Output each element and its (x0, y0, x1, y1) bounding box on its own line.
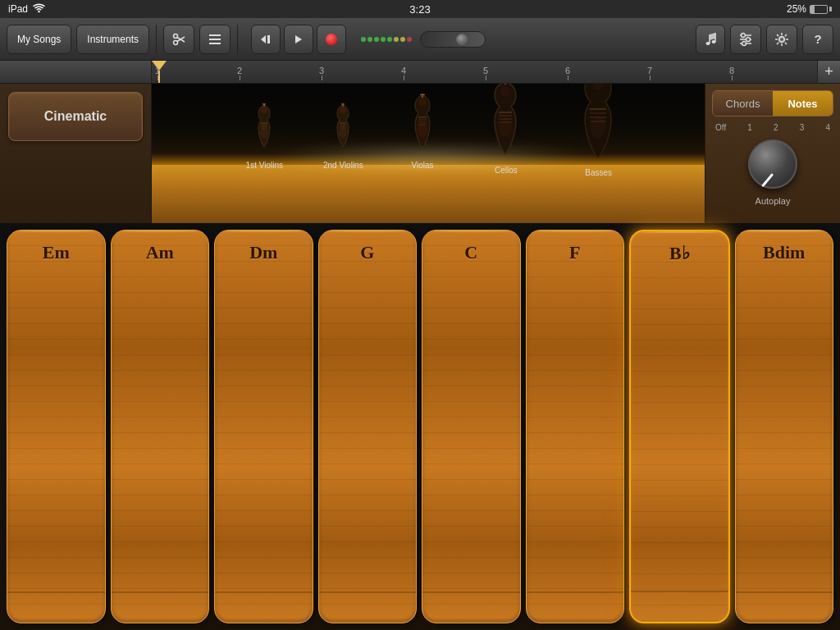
chord-strip-c[interactable]: C (422, 230, 521, 623)
battery-indicator (810, 5, 832, 14)
chord-strip-am[interactable]: Am (111, 230, 210, 623)
svg-marker-7 (261, 35, 266, 43)
chord-strip-f[interactable]: F (526, 230, 625, 623)
meter-dot-5 (387, 37, 392, 42)
strip-divider-2 (112, 591, 209, 593)
track-panel: Cinematic (0, 84, 152, 223)
device-label: iPad (8, 3, 28, 15)
meter-dot-8 (407, 37, 412, 42)
chords-toggle-button[interactable]: Chords (713, 91, 773, 116)
wifi-icon (33, 3, 45, 16)
ruler-tick-1: 1 (155, 66, 160, 80)
meter-dot-2 (368, 37, 372, 42)
svg-point-29 (339, 127, 347, 139)
ruler-tick-4: 4 (401, 66, 406, 80)
track-name-box: Cinematic (8, 92, 143, 141)
knob-indicator (761, 173, 774, 187)
rewind-button[interactable] (251, 25, 281, 54)
chord-label-am: Am (146, 242, 174, 263)
instrument-1st-violins[interactable]: 1st Violins (246, 102, 283, 170)
meter-dot-6 (394, 37, 399, 42)
svg-rect-8 (267, 35, 270, 43)
svg-point-16 (742, 33, 746, 37)
list-button[interactable] (199, 25, 231, 54)
instrument-2nd-violins-label: 2nd Violins (323, 161, 363, 170)
ruler-tick-6: 6 (565, 66, 570, 80)
chord-section: Em Am Dm G C F (0, 223, 840, 630)
svg-point-53 (591, 116, 605, 139)
svg-point-0 (174, 34, 178, 38)
stage-visual: 1st Violins 2nd Violins (152, 84, 705, 223)
time-display: 3:23 (409, 3, 430, 16)
add-track-button[interactable]: + (817, 61, 840, 84)
status-bar: iPad 3:23 25% (0, 0, 840, 18)
instrument-basses-label: Basses (585, 168, 612, 177)
chord-strip-em[interactable]: Em (7, 230, 106, 623)
chord-label-c: C (464, 242, 477, 263)
svg-point-45 (499, 117, 512, 137)
autoplay-knob[interactable] (744, 135, 801, 193)
instrument-cellos-label: Cellos (495, 166, 518, 175)
instrument-2nd-violins[interactable]: 2nd Violins (323, 102, 363, 170)
strip-divider-1 (7, 591, 105, 593)
meter-dot-7 (400, 37, 405, 42)
svg-point-19 (780, 37, 784, 41)
instrument-basses[interactable]: Basses (572, 84, 625, 177)
toolbar-separator-2 (237, 25, 238, 54)
chord-label-em: Em (43, 242, 70, 263)
strip-divider-4 (319, 591, 417, 593)
help-button[interactable]: ? (802, 25, 833, 54)
mixer-button[interactable] (730, 25, 761, 54)
level-meter (361, 37, 412, 42)
settings-button[interactable] (766, 25, 797, 54)
ruler-tick-5: 5 (483, 66, 488, 80)
play-button[interactable] (284, 25, 313, 54)
strip-divider-3 (215, 591, 313, 593)
track-name-label: Cinematic (44, 109, 107, 124)
ruler-tick-2: 2 (237, 66, 242, 80)
chord-label-bdim: Bdim (763, 242, 805, 263)
chord-label-bb: B♭ (669, 243, 690, 264)
autoplay-section: Off 1 2 3 4 Autoplay (712, 123, 833, 206)
chord-notes-toggle: Chords Notes (712, 90, 833, 116)
svg-point-1 (174, 40, 178, 44)
svg-point-36 (418, 98, 427, 106)
record-button[interactable] (317, 25, 346, 54)
autoplay-label: Autoplay (756, 196, 791, 206)
ruler-tick-8: 8 (729, 66, 734, 80)
chord-strip-g[interactable]: G (318, 230, 418, 623)
right-panel: Chords Notes Off 1 2 3 4 Autoplay (705, 84, 840, 223)
chord-strip-bb[interactable]: B♭ (629, 230, 730, 623)
my-songs-button[interactable]: My Songs (7, 25, 71, 54)
record-dot (326, 34, 337, 45)
instruments-button[interactable]: Instruments (76, 25, 149, 54)
ruler-tick-7: 7 (647, 66, 652, 80)
svg-point-17 (746, 37, 751, 41)
scissors-button[interactable] (163, 25, 194, 54)
svg-point-44 (500, 85, 510, 97)
autoplay-knob-body (748, 139, 797, 189)
svg-point-20 (261, 107, 267, 113)
ruler-track-area (0, 61, 152, 83)
timeline-ruler: 1 2 3 4 5 6 7 8 + (0, 61, 840, 84)
toolbar-separator-1 (156, 25, 157, 54)
instrument-cellos[interactable]: Cellos (483, 84, 528, 175)
instrument-violas-label: Violas (412, 161, 434, 170)
strip-divider-5 (422, 591, 520, 593)
notes-toggle-button[interactable]: Notes (773, 91, 833, 116)
chord-strip-dm[interactable]: Dm (214, 230, 313, 623)
svg-point-21 (260, 127, 268, 139)
instrument-violas[interactable]: Violas (406, 92, 439, 170)
svg-point-28 (340, 107, 346, 113)
chord-label-g: G (360, 242, 374, 263)
strip-divider-8 (736, 591, 833, 593)
svg-marker-9 (295, 35, 302, 43)
svg-point-18 (742, 41, 746, 45)
master-volume-slider[interactable] (420, 31, 486, 48)
meter-dot-3 (374, 37, 379, 42)
note-icon-button[interactable] (696, 25, 725, 54)
status-right: 25% (787, 3, 832, 15)
toolbar: My Songs Instruments (0, 18, 840, 61)
strip-divider-6 (527, 591, 624, 593)
chord-strip-bdim[interactable]: Bdim (735, 230, 834, 623)
